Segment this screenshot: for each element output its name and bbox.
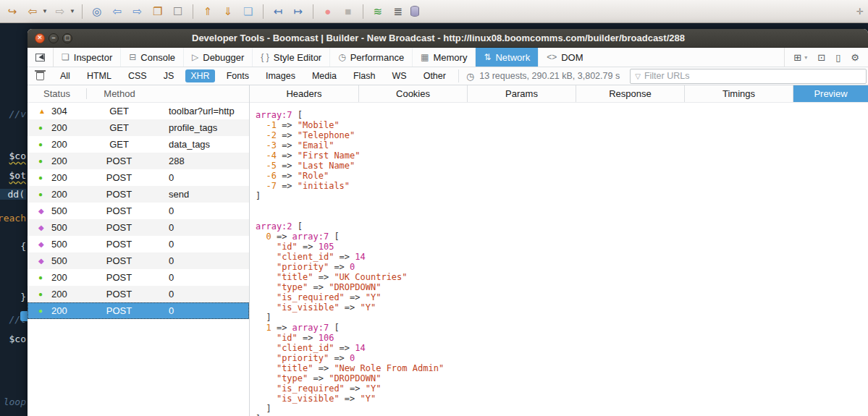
table-row[interactable]: ◆500POST0: [28, 252, 249, 269]
diff-icon[interactable]: ≋: [370, 4, 386, 20]
table-row[interactable]: ●200GETdata_tags: [28, 136, 249, 153]
status-code: 500: [51, 205, 67, 216]
search-icon[interactable]: ◎: [89, 4, 105, 20]
forward-icon[interactable]: ⇨: [52, 4, 68, 20]
filter-pill-xhr[interactable]: XHR: [185, 69, 214, 82]
table-row[interactable]: ●200POST0: [28, 269, 249, 286]
detail-tab-params[interactable]: Params: [467, 85, 576, 102]
filter-pill-js[interactable]: JS: [159, 69, 180, 82]
dump-token: =>: [313, 363, 334, 373]
shift-right-icon[interactable]: ↦: [290, 4, 306, 20]
preview-pane[interactable]: array:7 [ -1 => "Mobile" -2 => "Telephon…: [250, 103, 868, 416]
devtools-titlebar[interactable]: ✕ – ▢ Developer Tools - Boomcast | Build…: [28, 29, 868, 48]
request-method-cell: POST: [86, 255, 152, 266]
move-up-icon[interactable]: ⇑: [200, 4, 216, 20]
dump-token: -6: [266, 171, 276, 181]
dump-token: "type": [277, 373, 308, 383]
tab-dom[interactable]: <>DOM: [538, 48, 591, 67]
table-row[interactable]: ▲304GETtoolbar?url=http: [28, 103, 249, 119]
dump-token: [256, 140, 266, 150]
detail-tab-timings[interactable]: Timings: [684, 85, 793, 102]
minimize-window-button[interactable]: –: [49, 33, 59, 43]
performance-analysis-icon[interactable]: ◷: [466, 71, 474, 82]
shift-left-icon[interactable]: ↤: [270, 4, 286, 20]
clear-requests-button[interactable]: [28, 72, 52, 80]
back-icon[interactable]: ⇦: [25, 4, 41, 20]
dump-token: "type": [277, 282, 308, 292]
table-row[interactable]: ◆500POST0: [28, 236, 249, 252]
filter-pill-fonts[interactable]: Fonts: [222, 69, 254, 82]
maximize-window-button[interactable]: ▢: [62, 33, 72, 43]
close-window-button[interactable]: ✕: [35, 33, 45, 43]
request-details-panel: HeadersCookiesParamsResponseTimingsPrevi…: [250, 85, 868, 416]
filter-pill-html[interactable]: HTML: [82, 69, 117, 82]
table-row[interactable]: ◆500POST0: [28, 219, 249, 236]
dump-line: -4 => "First Name": [256, 150, 868, 161]
tab-memory[interactable]: ▦Memory: [412, 48, 475, 67]
request-method-cell: GET: [86, 122, 152, 133]
dump-token: [: [329, 232, 339, 242]
tab-performance[interactable]: ◷Performance: [329, 48, 412, 67]
filter-pill-images[interactable]: Images: [261, 69, 300, 82]
prev-occurrence-icon[interactable]: ⇦: [109, 4, 125, 20]
filter-urls-input[interactable]: [644, 71, 861, 81]
table-row[interactable]: ◆500POST0: [28, 203, 249, 219]
table-row[interactable]: ●200POST0: [28, 302, 249, 319]
tab-style-editor[interactable]: { }Style Editor: [252, 48, 329, 67]
filter-pill-media[interactable]: Media: [307, 69, 342, 82]
responsive-mode-icon[interactable]: ▯: [835, 52, 840, 63]
tab-console[interactable]: ⊟Console: [120, 48, 183, 67]
detail-tab-response[interactable]: Response: [576, 85, 684, 102]
dump-line: -5 => "Last Name": [256, 161, 868, 171]
stop-macro-icon[interactable]: ■: [340, 4, 356, 20]
dump-token: -3: [266, 140, 276, 150]
table-row[interactable]: ●200POST0: [28, 169, 249, 186]
database-icon[interactable]: [410, 6, 419, 17]
table-row[interactable]: ●200POST288: [28, 153, 249, 169]
request-type-filters: AllHTMLCSSJSXHRFontsImagesMediaFlashWSOt…: [55, 69, 451, 82]
tab-inspector[interactable]: ❏Inspector: [54, 48, 120, 67]
dump-token: 0: [350, 262, 355, 272]
duplicate-icon[interactable]: ❏: [240, 4, 256, 20]
column-header-status[interactable]: Status: [28, 88, 86, 99]
filter-pill-other[interactable]: Other: [418, 69, 451, 82]
filter-pill-flash[interactable]: Flash: [348, 69, 381, 82]
dump-line: array:2 [: [256, 221, 868, 232]
dump-line: "is_visible" => "Y": [256, 302, 868, 313]
tab-debugger[interactable]: ▷Debugger: [183, 48, 252, 67]
dropdown-caret-icon[interactable]: ▼: [42, 8, 48, 14]
dump-token: -2: [266, 130, 276, 140]
toolbar-grip-icon[interactable]: ✛: [856, 7, 864, 17]
jump-last-edit-icon[interactable]: ↪: [4, 4, 20, 20]
dump-token: "title": [277, 363, 313, 373]
table-row[interactable]: ●200GETprofile_tags: [28, 119, 249, 136]
dropdown-caret-icon[interactable]: ▾: [804, 54, 807, 61]
detail-tab-cookies[interactable]: Cookies: [358, 85, 467, 102]
column-header-method[interactable]: Method: [86, 88, 152, 99]
next-occurrence-icon[interactable]: ⇨: [130, 4, 146, 20]
table-row[interactable]: ●200POST0: [28, 286, 249, 302]
filter-pill-ws[interactable]: WS: [387, 69, 412, 82]
detail-tab-preview[interactable]: Preview: [793, 85, 868, 102]
detail-tab-headers[interactable]: Headers: [250, 85, 358, 102]
settings-gear-icon[interactable]: ⚙: [851, 52, 859, 63]
dump-line: -6 => "Role": [256, 171, 868, 181]
status-ok-icon: ●: [38, 190, 47, 198]
sort-lines-icon[interactable]: ≣: [390, 4, 406, 20]
copy-lines-icon[interactable]: ❐: [150, 4, 166, 20]
request-file-cell: 288: [152, 156, 249, 166]
dump-token: -4: [266, 150, 276, 161]
move-down-icon[interactable]: ⇓: [220, 4, 236, 20]
rect-select-icon[interactable]: ☐: [170, 4, 186, 20]
dock-side-icon[interactable]: ⊞: [793, 52, 801, 63]
tab-network[interactable]: ⇅Network: [475, 48, 538, 67]
pick-element-button[interactable]: [28, 48, 54, 67]
table-row[interactable]: ●200POSTsend: [28, 186, 249, 203]
tab-icon: ⊟: [129, 52, 136, 62]
dump-token: [256, 383, 277, 394]
dropdown-caret-icon[interactable]: ▼: [69, 8, 75, 14]
filter-pill-all[interactable]: All: [55, 69, 75, 82]
record-macro-icon[interactable]: ●: [320, 4, 336, 20]
split-console-icon[interactable]: ⊡: [817, 52, 825, 63]
filter-pill-css[interactable]: CSS: [123, 69, 152, 82]
